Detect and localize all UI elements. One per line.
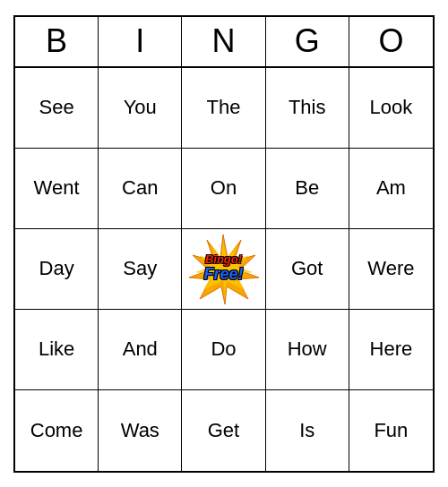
- bingo-cell: Like: [15, 310, 99, 390]
- bingo-cell: Fun: [349, 390, 433, 471]
- bingo-cell: Come: [15, 390, 99, 471]
- bingo-cell: The: [182, 68, 265, 149]
- bingo-cell: Be: [266, 149, 349, 229]
- bingo-card: BINGO SeeYouTheThisLookWentCanOnBeAmDayS…: [13, 15, 435, 473]
- bingo-cell: Do: [182, 310, 265, 390]
- bingo-cell: Here: [349, 310, 433, 390]
- bingo-cell: Is: [266, 390, 349, 471]
- bingo-cell: You: [99, 68, 182, 149]
- bingo-cell: Was: [99, 390, 182, 471]
- bingo-cell: Can: [99, 149, 182, 229]
- bingo-grid: SeeYouTheThisLookWentCanOnBeAmDaySay Bin…: [15, 68, 433, 471]
- header-letter: B: [15, 17, 99, 66]
- bingo-cell: Day: [15, 229, 99, 310]
- bingo-cell: This: [266, 68, 349, 149]
- bingo-cell: Am: [349, 149, 433, 229]
- bingo-cell: Look: [349, 68, 433, 149]
- bingo-cell: See: [15, 68, 99, 149]
- bingo-cell: Were: [349, 229, 433, 310]
- free-cell: Bingo! Free!: [182, 229, 265, 310]
- bingo-header: BINGO: [15, 17, 433, 68]
- header-letter: N: [182, 17, 265, 66]
- free-label: Free!: [203, 265, 243, 283]
- bingo-cell: And: [99, 310, 182, 390]
- bingo-cell: Get: [182, 390, 265, 471]
- header-letter: O: [349, 17, 433, 66]
- bingo-cell: On: [182, 149, 265, 229]
- header-letter: G: [266, 17, 349, 66]
- bingo-cell: Got: [266, 229, 349, 310]
- bingo-cell: Went: [15, 149, 99, 229]
- bingo-label: Bingo!: [203, 253, 243, 266]
- bingo-cell: How: [266, 310, 349, 390]
- bingo-cell: Say: [99, 229, 182, 310]
- header-letter: I: [99, 17, 182, 66]
